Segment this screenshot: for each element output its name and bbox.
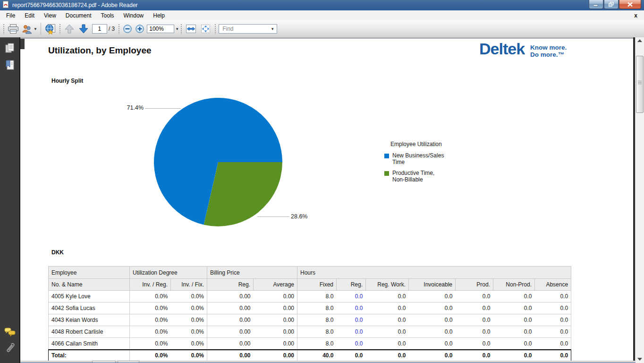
table-column-header: Reg.	[337, 279, 366, 291]
toolbar-grip[interactable]	[59, 24, 61, 34]
zoom-in-button[interactable]	[134, 23, 146, 35]
scroll-down-icon[interactable]	[637, 358, 642, 361]
chevron-down-icon: ▼	[34, 27, 37, 31]
menu-item-view[interactable]: View	[39, 11, 61, 20]
attachments-panel-button[interactable]	[4, 343, 16, 355]
bookmarks-panel-button[interactable]	[4, 59, 16, 71]
menu-item-help[interactable]: Help	[148, 11, 169, 20]
table-cell: 0.00	[207, 314, 254, 326]
toolbar-grip[interactable]	[214, 24, 216, 34]
table-column-header: Average	[254, 279, 297, 291]
table-cell: 0.0	[456, 326, 493, 338]
table-cell: 0.0	[337, 314, 366, 326]
menu-item-edit[interactable]: Edit	[20, 11, 39, 20]
collaborate-button[interactable]: ▼	[20, 23, 39, 35]
fit-width-button[interactable]	[184, 23, 198, 35]
comments-icon	[4, 327, 16, 337]
table-cell: 0.0	[337, 338, 366, 350]
table-cell: 0.0%	[171, 314, 207, 326]
employee-name: Keian Words	[66, 317, 98, 323]
chevron-down-icon[interactable]: ▼	[175, 27, 179, 31]
scrollbar-thumb[interactable]	[636, 56, 644, 113]
table-cell: 0.0%	[130, 302, 171, 314]
table-cell: 0.0	[456, 302, 493, 314]
comments-panel-button[interactable]	[4, 326, 16, 338]
menubar-items: FileEditViewDocumentToolsWindowHelp	[1, 11, 169, 20]
pages-panel-button[interactable]	[4, 42, 16, 54]
table-cell: 0.0	[337, 326, 366, 338]
callout-leader-line	[145, 108, 181, 109]
legend-swatch	[384, 171, 389, 176]
employee-number: 4066	[51, 340, 66, 347]
menu-item-window[interactable]: Window	[119, 11, 149, 20]
tagline-line-2: Do more.™	[530, 52, 567, 59]
toolbar-grip[interactable]	[118, 24, 120, 34]
table-cell: 0.0	[493, 314, 535, 326]
legend-label: Productive Time, Non-Billable	[392, 170, 447, 183]
deltek-logo: Deltek	[479, 40, 525, 58]
close-button[interactable]	[619, 0, 641, 9]
table-cell: 0.0	[535, 291, 571, 302]
table-cell: 0.0%	[171, 350, 207, 361]
table-cell: 0.0	[409, 326, 456, 338]
currency-heading: DKK	[51, 249, 64, 256]
table-cell: 0.0	[337, 291, 366, 302]
table-cell: 0.00	[254, 326, 297, 338]
table-cell: 0.0	[493, 350, 535, 361]
table-column-header: Invoiceable	[409, 279, 456, 291]
table-cell: 0.0	[409, 314, 456, 326]
fit-page-button[interactable]	[198, 23, 213, 35]
report-table: EmployeeUtilization DegreeBilling PriceH…	[48, 266, 571, 362]
previous-page-button[interactable]	[62, 23, 76, 35]
document-close-icon[interactable]: x	[634, 12, 637, 19]
table-row: 4048Robert Carlisle0.0%0.0%0.000.008.00.…	[49, 326, 571, 338]
page-number-input[interactable]	[92, 24, 107, 34]
bookmarks-icon	[5, 60, 15, 71]
table-row: 4066Cailan Smith0.0%0.0%0.000.008.00.00.…	[49, 338, 571, 350]
table-column-header: Non-Prod.	[493, 279, 535, 291]
table-row: 4043Keian Words0.0%0.0%0.000.008.00.00.0…	[49, 314, 571, 326]
next-page-button[interactable]	[76, 23, 91, 35]
vertical-scrollbar[interactable]	[635, 37, 644, 363]
employee-cell: 4043Keian Words	[49, 314, 130, 326]
window-controls	[588, 0, 641, 9]
find-input[interactable]	[221, 25, 270, 33]
employee-number: 4005	[51, 293, 66, 300]
table-body: 4005Kyle Love0.0%0.0%0.000.008.00.00.00.…	[49, 291, 571, 362]
menu-item-file[interactable]: File	[1, 11, 20, 20]
minimize-button[interactable]	[589, 0, 603, 9]
pie-callout-label: 28.6%	[291, 213, 307, 220]
employee-cell: 4066Cailan Smith	[49, 338, 130, 350]
table-column-header: Inv. / Reg.	[130, 279, 171, 291]
print-button[interactable]	[6, 23, 20, 35]
table-cell: 8.0	[297, 302, 337, 314]
table-cell: 0.0	[456, 314, 493, 326]
table-cell: 40.0	[297, 350, 337, 361]
legend-swatch	[384, 154, 389, 158]
table-cell: 0.0	[366, 338, 409, 350]
menu-item-tools[interactable]: Tools	[96, 11, 119, 20]
menu-item-document[interactable]: Document	[61, 11, 96, 20]
titlebar: report7566794663036186724.pdf - Adobe Re…	[0, 0, 644, 11]
chevron-down-icon[interactable]: ▼	[271, 27, 274, 31]
web-capture-button[interactable]	[43, 23, 58, 35]
table-cell: 0.0	[409, 291, 456, 302]
zoom-level-select[interactable]: 100%	[147, 25, 174, 33]
table-column-header: Prod.	[456, 279, 493, 291]
zoom-out-button[interactable]	[121, 23, 134, 35]
toolbar-grip[interactable]	[3, 24, 5, 34]
table-cell: 0.0	[366, 291, 409, 302]
table-cell: 0.00	[207, 326, 254, 338]
printer-icon	[8, 24, 19, 34]
paperclip-icon	[5, 342, 15, 355]
pages-icon	[5, 43, 15, 54]
legend-title: Employee Utilization	[390, 141, 447, 147]
scroll-up-icon[interactable]	[637, 39, 642, 42]
table-cell: 0.0	[409, 302, 456, 314]
restore-button[interactable]	[604, 0, 619, 9]
table-cell: 0.0	[366, 326, 409, 338]
legend-label: New Business/Sales Time	[392, 152, 447, 165]
toolbar-grip[interactable]	[180, 24, 182, 34]
employee-number: 4043	[51, 317, 66, 323]
legend-item-1: Productive Time, Non-Billable	[384, 170, 447, 183]
